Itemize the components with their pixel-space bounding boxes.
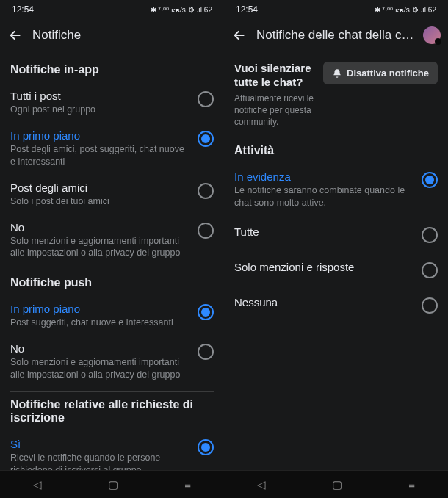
- nav-home-icon[interactable]: ▢: [108, 478, 118, 491]
- option-label: In evidenza: [234, 170, 414, 183]
- radio-icon: [422, 172, 438, 188]
- option-tutti-i-post[interactable]: Tutti i post Ogni post nel gruppo: [10, 84, 214, 123]
- option-sub: Le notifiche saranno combinate quando le…: [234, 184, 414, 209]
- status-icons: ✱ ⁷·⁰⁰ ᴋʙ/s ⚙ .ıl 62: [151, 6, 212, 14]
- radio-icon: [198, 131, 214, 147]
- bell-icon: [332, 68, 342, 79]
- silence-desc: Attualmente ricevi le notifiche per ques…: [234, 93, 314, 129]
- option-label: Nessuna: [234, 296, 414, 308]
- section-heading-iscrizione: Notifiche relative alle richieste di isc…: [10, 398, 214, 425]
- option-label: No: [10, 221, 190, 234]
- button-label: Disattiva notifiche: [347, 68, 429, 79]
- option-push-no[interactable]: No Solo menzioni e aggiornamenti importa…: [10, 336, 214, 389]
- radio-icon: [198, 91, 214, 107]
- nav-back-icon[interactable]: ◁: [33, 478, 42, 491]
- option-label: Sì: [10, 438, 190, 450]
- nav-recent-icon[interactable]: ≡: [184, 478, 191, 491]
- option-label: Tutti i post: [10, 90, 190, 102]
- section-heading-inapp: Notifiche in-app: [10, 63, 214, 76]
- content-right: Vuoi silenziare tutte le chat? Attualmen…: [224, 51, 448, 470]
- option-in-evidenza[interactable]: In evidenza Le notifiche saranno combina…: [234, 165, 438, 217]
- nav-recent-icon[interactable]: ≡: [408, 478, 415, 491]
- option-sub: Solo menzioni e aggiornamenti importanti…: [10, 356, 190, 381]
- option-label: Solo menzioni e risposte: [234, 261, 414, 273]
- content-left: Notifiche in-app Tutti i post Ogni post …: [0, 51, 224, 470]
- radio-icon: [422, 262, 438, 278]
- radio-icon: [198, 344, 214, 360]
- radio-icon: [422, 227, 438, 243]
- nav-home-icon[interactable]: ▢: [332, 478, 342, 491]
- page-title: Notifiche: [32, 28, 217, 43]
- option-sub: Ricevi le notifiche quando le persone ri…: [10, 452, 190, 470]
- option-sub: Solo menzioni e aggiornamenti importanti…: [10, 235, 190, 260]
- option-sub: Post suggeriti, chat nuove e interessant…: [10, 317, 190, 329]
- radio-icon: [198, 223, 214, 239]
- option-label: Tutte: [234, 225, 414, 238]
- status-bar: 12:54 ✱ ⁷·⁰⁰ ᴋʙ/s ⚙ .ıl 62: [224, 0, 448, 19]
- nav-bar: ◁ ▢ ≡: [224, 470, 448, 498]
- option-iscrizione-si[interactable]: Sì Ricevi le notifiche quando le persone…: [10, 432, 214, 470]
- divider: [10, 391, 214, 392]
- divider: [10, 270, 214, 270]
- option-label: In primo piano: [10, 129, 190, 142]
- silence-heading: Vuoi silenziare tutte le chat?: [234, 62, 314, 90]
- section-heading-push: Notifiche push: [10, 276, 214, 289]
- option-sub: Ogni post nel gruppo: [10, 104, 190, 116]
- option-label: No: [10, 342, 190, 355]
- option-label: In primo piano: [10, 303, 190, 315]
- avatar[interactable]: [423, 26, 441, 44]
- option-solo-menzioni[interactable]: Solo menzioni e risposte: [234, 252, 438, 287]
- option-in-primo-piano[interactable]: In primo piano Post degli amici, post su…: [10, 123, 214, 176]
- status-time: 12:54: [12, 4, 34, 15]
- option-push-primo-piano[interactable]: In primo piano Post suggeriti, chat nuov…: [10, 297, 214, 336]
- back-icon[interactable]: [7, 27, 24, 43]
- silence-row: Vuoi silenziare tutte le chat? Attualmen…: [234, 57, 438, 138]
- section-heading-attivita: Attività: [234, 144, 438, 157]
- page-title: Notifiche delle chat della commu...: [256, 28, 414, 43]
- radio-icon: [198, 439, 214, 455]
- option-sub: Post degli amici, post suggeriti, chat n…: [10, 143, 190, 168]
- option-post-degli-amici[interactable]: Post degli amici Solo i post dei tuoi am…: [10, 176, 214, 215]
- status-icons: ✱ ⁷·⁰⁰ ᴋʙ/s ⚙ .ıl 62: [375, 6, 436, 14]
- status-bar: 12:54 ✱ ⁷·⁰⁰ ᴋʙ/s ⚙ .ıl 62: [0, 0, 224, 19]
- header-left: Notifiche: [0, 19, 224, 51]
- header-right: Notifiche delle chat della commu...: [224, 19, 448, 51]
- phone-left: 12:54 ✱ ⁷·⁰⁰ ᴋʙ/s ⚙ .ıl 62 Notifiche Not…: [0, 0, 224, 498]
- nav-bar: ◁ ▢ ≡: [0, 470, 224, 498]
- disable-notifications-button[interactable]: Disattiva notifiche: [323, 62, 438, 84]
- nav-back-icon[interactable]: ◁: [257, 478, 266, 491]
- radio-icon: [422, 297, 438, 314]
- option-sub: Solo i post dei tuoi amici: [10, 195, 190, 208]
- radio-icon: [198, 183, 214, 199]
- phone-right: 12:54 ✱ ⁷·⁰⁰ ᴋʙ/s ⚙ .ıl 62 Notifiche del…: [224, 0, 448, 498]
- back-icon[interactable]: [231, 27, 248, 43]
- option-no-inapp[interactable]: No Solo menzioni e aggiornamenti importa…: [10, 215, 214, 267]
- status-time: 12:54: [236, 4, 258, 15]
- option-nessuna[interactable]: Nessuna: [234, 287, 438, 322]
- option-tutte[interactable]: Tutte: [234, 217, 438, 252]
- option-label: Post degli amici: [10, 181, 190, 194]
- radio-icon: [198, 304, 214, 320]
